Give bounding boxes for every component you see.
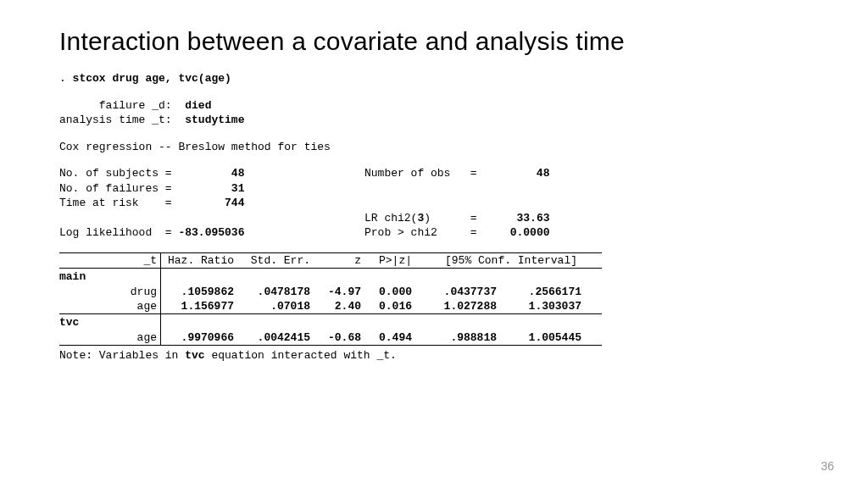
command-text: stcox drug age, tvc(age) bbox=[73, 72, 231, 85]
stat-value: 48 bbox=[231, 167, 245, 180]
var-name: age bbox=[59, 330, 161, 345]
cell-cilo: 1.027288 bbox=[415, 299, 500, 313]
cell-haz: .9970966 bbox=[161, 330, 237, 345]
cell-se: .0042415 bbox=[237, 330, 314, 345]
cell-z: -0.68 bbox=[314, 330, 364, 345]
stat-eq: = bbox=[470, 167, 477, 180]
note-bold: tvc bbox=[185, 349, 204, 362]
section-main: main bbox=[59, 269, 809, 285]
stat-label: ) bbox=[424, 212, 431, 225]
stat-label: LR chi2( bbox=[364, 212, 417, 225]
cell-cihi: .2566171 bbox=[500, 285, 585, 299]
stat-label: No. of failures = bbox=[59, 182, 172, 195]
stat-label: Time at risk = bbox=[59, 197, 172, 209]
th-pz: P>|z| bbox=[364, 253, 415, 268]
section-tvc: tvc bbox=[59, 314, 809, 330]
stat-value: 31 bbox=[231, 182, 245, 195]
command-line: . stcox drug age, tvc(age) bbox=[59, 71, 809, 86]
stat-eq: = bbox=[470, 212, 477, 225]
stat-value: 0.0000 bbox=[510, 226, 550, 239]
th-se: Std. Err. bbox=[237, 253, 314, 268]
stats-right: Number of obs = 48 LR chi2(3) = 33.63 Pr… bbox=[364, 166, 809, 241]
note-suffix: equation interacted with _t. bbox=[205, 349, 397, 362]
prompt: . bbox=[59, 72, 73, 85]
cell-haz: 1.156977 bbox=[161, 299, 237, 313]
meta-time-value: studytime bbox=[185, 114, 244, 126]
cell-cihi: 1.005445 bbox=[500, 330, 585, 345]
stats-left: No. of subjects = 48 No. of failures = 3… bbox=[59, 166, 364, 241]
stat-label: No. of subjects = bbox=[59, 167, 172, 180]
method-line: Cox regression -- Breslow method for tie… bbox=[59, 140, 809, 155]
section-label-tvc: tvc bbox=[59, 314, 161, 330]
stat-value: -83.095036 bbox=[178, 226, 244, 239]
slide: Interaction between a covariate and anal… bbox=[0, 0, 868, 488]
cell-pz: 0.016 bbox=[364, 299, 415, 313]
results-table: _t Haz. Ratio Std. Err. z P>|z| [95% Con… bbox=[59, 252, 809, 346]
stat-label: Prob > chi2 bbox=[364, 226, 437, 239]
table-row: age 1.156977 .07018 2.40 0.016 1.027288 … bbox=[59, 299, 809, 313]
cell-cilo: .988818 bbox=[415, 330, 500, 345]
table-rule bbox=[59, 345, 602, 346]
meta-failure-label: failure _d: bbox=[59, 99, 185, 112]
var-name: age bbox=[59, 299, 161, 313]
th-haz: Haz. Ratio bbox=[161, 253, 237, 268]
cell-z: -4.97 bbox=[314, 285, 364, 299]
th-t: _t bbox=[59, 253, 161, 268]
summary-stats: No. of subjects = 48 No. of failures = 3… bbox=[59, 166, 809, 241]
cell-haz: .1059862 bbox=[161, 285, 237, 299]
meta-block: failure _d: died analysis time _t: study… bbox=[59, 98, 809, 128]
stat-value: 48 bbox=[537, 167, 550, 180]
table-note: Note: Variables in tvc equation interact… bbox=[59, 349, 809, 362]
cell-z: 2.40 bbox=[314, 299, 364, 313]
cell-pz: 0.494 bbox=[364, 330, 415, 345]
th-ci: [95% Conf. Interval] bbox=[415, 253, 585, 268]
page-number: 36 bbox=[821, 459, 834, 473]
table-row: drug .1059862 .0478178 -4.97 0.000 .0437… bbox=[59, 285, 809, 299]
table-header-row: _t Haz. Ratio Std. Err. z P>|z| [95% Con… bbox=[59, 253, 809, 268]
cell-pz: 0.000 bbox=[364, 285, 415, 299]
stat-eq: = bbox=[470, 226, 477, 239]
section-label-main: main bbox=[59, 269, 161, 285]
th-z: z bbox=[314, 253, 364, 268]
cell-cilo: .0437737 bbox=[415, 285, 500, 299]
table-row: age .9970966 .0042415 -0.68 0.494 .98881… bbox=[59, 330, 809, 345]
note-prefix: Note: Variables in bbox=[59, 349, 185, 362]
meta-failure-value: died bbox=[185, 99, 211, 112]
slide-title: Interaction between a covariate and anal… bbox=[59, 27, 809, 56]
cell-se: .07018 bbox=[237, 299, 314, 313]
stat-value: 744 bbox=[225, 197, 244, 209]
cell-cihi: 1.303037 bbox=[500, 299, 585, 313]
meta-time-label: analysis time _t: bbox=[59, 114, 185, 126]
stat-label: Log likelihood = bbox=[59, 226, 172, 239]
var-name: drug bbox=[59, 285, 161, 299]
stat-value: 33.63 bbox=[516, 212, 549, 225]
cell-se: .0478178 bbox=[237, 285, 314, 299]
stat-label: Number of obs bbox=[364, 167, 450, 180]
